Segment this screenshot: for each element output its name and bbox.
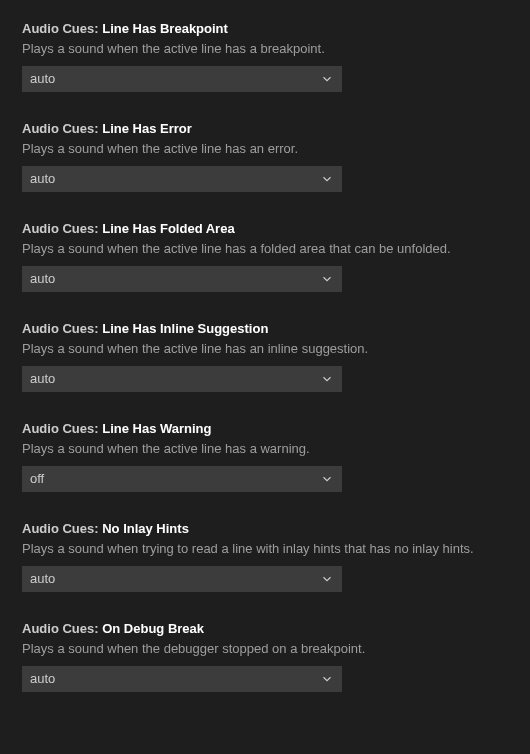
setting-title: Audio Cues: Line Has Warning <box>22 420 508 438</box>
setting-category: Audio Cues: <box>22 521 99 536</box>
setting-select[interactable]: off <box>22 466 342 492</box>
setting-title: Audio Cues: No Inlay Hints <box>22 520 508 538</box>
setting-category: Audio Cues: <box>22 121 99 136</box>
setting-description: Plays a sound when the active line has a… <box>22 140 508 158</box>
setting-select[interactable]: auto <box>22 266 342 292</box>
setting-select-value: auto <box>22 366 342 392</box>
setting-name: Line Has Breakpoint <box>102 21 228 36</box>
setting-line-has-inline-suggestion: Audio Cues: Line Has Inline Suggestion P… <box>0 310 530 410</box>
setting-select-value: auto <box>22 166 342 192</box>
setting-title: Audio Cues: Line Has Breakpoint <box>22 20 508 38</box>
setting-on-debug-break: Audio Cues: On Debug Break Plays a sound… <box>0 610 530 710</box>
setting-select-value: auto <box>22 66 342 92</box>
setting-category: Audio Cues: <box>22 321 99 336</box>
setting-name: On Debug Break <box>102 621 204 636</box>
setting-description: Plays a sound when the debugger stopped … <box>22 640 508 658</box>
setting-title: Audio Cues: Line Has Folded Area <box>22 220 508 238</box>
setting-line-has-breakpoint: Audio Cues: Line Has Breakpoint Plays a … <box>0 10 530 110</box>
setting-name: Line Has Warning <box>102 421 211 436</box>
setting-select[interactable]: auto <box>22 66 342 92</box>
setting-description: Plays a sound when trying to read a line… <box>22 540 508 558</box>
setting-title: Audio Cues: Line Has Inline Suggestion <box>22 320 508 338</box>
settings-list: Audio Cues: Line Has Breakpoint Plays a … <box>0 0 530 720</box>
setting-select[interactable]: auto <box>22 566 342 592</box>
setting-line-has-folded-area: Audio Cues: Line Has Folded Area Plays a… <box>0 210 530 310</box>
setting-select[interactable]: auto <box>22 366 342 392</box>
setting-description: Plays a sound when the active line has a… <box>22 340 508 358</box>
setting-select-value: auto <box>22 566 342 592</box>
setting-select-value: auto <box>22 666 342 692</box>
setting-description: Plays a sound when the active line has a… <box>22 440 508 458</box>
setting-category: Audio Cues: <box>22 21 99 36</box>
setting-select[interactable]: auto <box>22 166 342 192</box>
setting-title: Audio Cues: On Debug Break <box>22 620 508 638</box>
setting-select-value: off <box>22 466 342 492</box>
setting-select-value: auto <box>22 266 342 292</box>
setting-category: Audio Cues: <box>22 421 99 436</box>
setting-description: Plays a sound when the active line has a… <box>22 40 508 58</box>
setting-category: Audio Cues: <box>22 221 99 236</box>
setting-title: Audio Cues: Line Has Error <box>22 120 508 138</box>
setting-category: Audio Cues: <box>22 621 99 636</box>
setting-name: No Inlay Hints <box>102 521 189 536</box>
setting-no-inlay-hints: Audio Cues: No Inlay Hints Plays a sound… <box>0 510 530 610</box>
setting-line-has-warning: Audio Cues: Line Has Warning Plays a sou… <box>0 410 530 510</box>
setting-description: Plays a sound when the active line has a… <box>22 240 508 258</box>
setting-select[interactable]: auto <box>22 666 342 692</box>
setting-name: Line Has Inline Suggestion <box>102 321 268 336</box>
setting-name: Line Has Error <box>102 121 192 136</box>
setting-name: Line Has Folded Area <box>102 221 234 236</box>
setting-line-has-error: Audio Cues: Line Has Error Plays a sound… <box>0 110 530 210</box>
